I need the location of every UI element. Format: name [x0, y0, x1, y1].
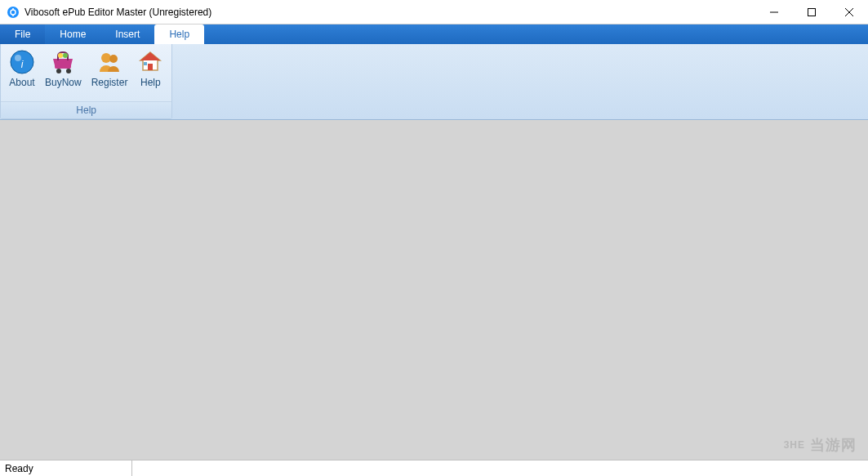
- watermark: 3HE 当游网: [784, 435, 857, 455]
- cart-icon: [50, 49, 76, 75]
- svg-point-15: [109, 55, 118, 63]
- watermark-brand: 3HE: [784, 439, 805, 451]
- ribbon-tabstrip: File Home Insert Help: [0, 24, 868, 44]
- ribbon-group-help: i About BuyNow: [0, 44, 172, 119]
- users-icon: [96, 49, 122, 75]
- ribbon-body: i About BuyNow: [0, 44, 868, 120]
- svg-rect-16: [148, 64, 153, 70]
- svg-point-13: [63, 53, 68, 58]
- info-icon: i: [9, 49, 35, 75]
- help-label: Help: [140, 77, 161, 88]
- ribbon-group-title: Help: [1, 101, 171, 118]
- app-icon: [7, 6, 20, 19]
- svg-rect-2: [808, 9, 816, 16]
- svg-point-12: [58, 53, 63, 58]
- register-label: Register: [91, 77, 128, 88]
- tab-home[interactable]: Home: [45, 24, 100, 44]
- svg-point-10: [56, 69, 61, 73]
- ribbon-group-buttons: i About BuyNow: [1, 44, 171, 101]
- tab-help[interactable]: Help: [154, 24, 204, 44]
- svg-point-11: [66, 69, 71, 73]
- about-button[interactable]: i About: [4, 47, 40, 101]
- tab-help-label: Help: [169, 29, 189, 40]
- watermark-text: 当游网: [810, 435, 857, 455]
- content-area: 3HE 当游网: [0, 120, 868, 460]
- status-ready: Ready: [5, 460, 132, 476]
- close-button[interactable]: [830, 0, 868, 24]
- help-button[interactable]: Help: [132, 47, 168, 101]
- svg-rect-17: [144, 62, 147, 65]
- tab-home-label: Home: [60, 29, 86, 40]
- svg-point-8: [15, 55, 21, 61]
- statusbar: Ready: [0, 460, 868, 476]
- window-title: Vibosoft ePub Editor Master (Unregistere…: [24, 7, 211, 18]
- maximize-button[interactable]: [793, 0, 830, 24]
- minimize-button[interactable]: [755, 0, 793, 24]
- tab-file[interactable]: File: [0, 24, 45, 44]
- titlebar: Vibosoft ePub Editor Master (Unregistere…: [0, 0, 868, 24]
- register-button[interactable]: Register: [87, 47, 133, 101]
- svg-text:i: i: [21, 59, 24, 70]
- buynow-label: BuyNow: [45, 77, 82, 88]
- tab-insert-label: Insert: [115, 29, 140, 40]
- about-label: About: [9, 77, 34, 88]
- buynow-button[interactable]: BuyNow: [40, 47, 87, 101]
- home-help-icon: [137, 49, 163, 75]
- status-ready-label: Ready: [5, 463, 33, 474]
- window-controls: [755, 0, 868, 24]
- tab-insert[interactable]: Insert: [100, 24, 154, 44]
- tab-file-label: File: [15, 29, 30, 40]
